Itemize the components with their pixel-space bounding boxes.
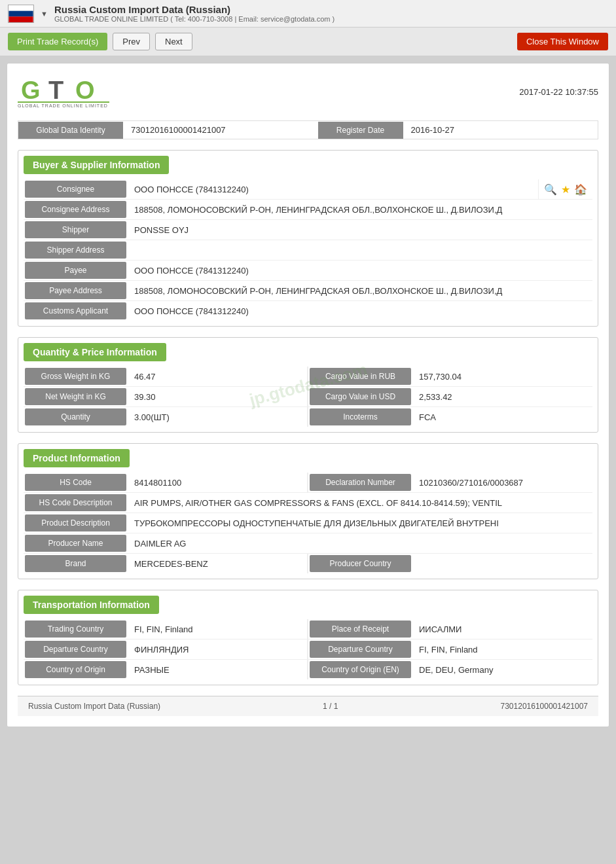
cargo-usd-value: 2,533.42 (412, 387, 592, 406)
quantity-price-title: Quantity & Price Information (24, 343, 166, 361)
place-receipt-col: Place of Receipt ИИСАЛМИ (308, 619, 592, 639)
footer-bar: Russia Custom Import Data (Russian) 1 / … (18, 696, 598, 716)
departure-country2-value: FI, FIN, Finland (412, 639, 592, 659)
register-date-label: Register Date (318, 122, 403, 139)
toolbar: Print Trade Record(s) Prev Next Close Th… (0, 27, 616, 56)
svg-text:GLOBAL TRADE ONLINE LIMITED: GLOBAL TRADE ONLINE LIMITED (18, 103, 108, 108)
country-origin-en-col: Country of Origin (EN) DE, DEU, Germany (308, 660, 592, 679)
print-button[interactable]: Print Trade Record(s) (8, 33, 107, 50)
hs-code-value: 8414801100 (128, 473, 308, 492)
incoterms-value: FCA (412, 407, 592, 427)
customs-applicant-label: Customs Applicant (25, 302, 126, 319)
hs-desc-row: HS Code Description AIR PUMPS, AIR/OTHER… (24, 493, 592, 513)
home-icon[interactable]: 🏠 (574, 183, 587, 196)
trading-country-label: Trading Country (25, 621, 126, 638)
global-data-identity-label: Global Data Identity (18, 122, 123, 139)
consignee-icons: 🔍 ★ 🏠 (539, 179, 592, 199)
footer-left: Russia Custom Import Data (Russian) (28, 702, 160, 711)
svg-rect-2 (9, 16, 33, 22)
product-section: Product Information HS Code 8414801100 D… (18, 443, 598, 579)
consignee-address-row: Consignee Address 188508, ЛОМОНОСОВСКИЙ … (24, 200, 592, 220)
cargo-rub-value: 157,730.04 (412, 367, 592, 386)
product-desc-row: Product Description ТУРБОКОМПРЕССОРЫ ОДН… (24, 513, 592, 533)
country-origin-row: Country of Origin РАЗНЫЕ Country of Orig… (24, 660, 592, 679)
next-button[interactable]: Next (155, 33, 192, 50)
quantity-price-body: Gross Weight in KG 46.47 Cargo Value in … (18, 361, 598, 432)
footer-right: 73012016100001421007 (501, 702, 588, 711)
incoterms-col: Incoterms FCA (308, 407, 592, 427)
producer-country-col: Producer Country (308, 554, 592, 573)
departure-country-col: Departure Country ФИНЛЯНДИЯ (24, 639, 308, 659)
identity-row: Global Data Identity 7301201610000142100… (18, 120, 598, 139)
consignee-value: ООО ПОНССЕ (7841312240) (128, 179, 539, 199)
cargo-rub-label: Cargo Value in RUB (310, 368, 411, 385)
svg-rect-0 (9, 5, 33, 11)
departure-country-label: Departure Country (25, 641, 126, 658)
brand-label: Brand (25, 555, 126, 572)
buyer-supplier-section: Buyer & Supplier Information Consignee О… (18, 150, 598, 327)
brand-value: MERCEDES-BENZ (128, 554, 308, 573)
global-data-identity-value: 73012016100001421007 (123, 121, 318, 139)
brand-col: Brand MERCEDES-BENZ (24, 554, 308, 573)
transportation-section: Transportation Information Trading Count… (18, 590, 598, 685)
quantity-label: Quantity (25, 408, 126, 425)
hs-desc-value: AIR PUMPS, AIR/OTHER GAS COMPRESSORS & F… (128, 493, 592, 513)
flag-icon (8, 5, 34, 23)
dropdown-arrow[interactable]: ▼ (41, 10, 48, 18)
logo-area: G T O GLOBAL TRADE ONLINE LIMITED (18, 74, 109, 110)
quantity-incoterms-row: Quantity 3.00(ШТ) Incoterms FCA (24, 407, 592, 427)
payee-value: ООО ПОНССЕ (7841312240) (128, 261, 592, 280)
product-body: HS Code 8414801100 Declaration Number 10… (18, 467, 598, 579)
incoterms-label: Incoterms (310, 408, 411, 425)
net-weight-col: Net Weight in KG 39.30 (24, 387, 308, 406)
content-area: G T O GLOBAL TRADE ONLINE LIMITED 2017-0… (0, 56, 616, 740)
net-weight-label: Net Weight in KG (25, 388, 126, 405)
page-subtitle: GLOBAL TRADE ONLINE LIMITED ( Tel: 400-7… (54, 15, 608, 23)
producer-country-value (412, 554, 592, 573)
departure-country-row: Departure Country ФИНЛЯНДИЯ Departure Co… (24, 639, 592, 660)
payee-row: Payee ООО ПОНССЕ (7841312240) (24, 261, 592, 281)
consignee-address-label: Consignee Address (25, 201, 126, 218)
search-icon[interactable]: 🔍 (544, 183, 557, 196)
svg-text:T: T (48, 77, 63, 104)
footer-center: 1 / 1 (323, 702, 338, 711)
hs-code-col: HS Code 8414801100 (24, 473, 308, 492)
cargo-rub-col: Cargo Value in RUB 157,730.04 (308, 367, 592, 386)
brand-producer-country-row: Brand MERCEDES-BENZ Producer Country (24, 554, 592, 573)
payee-address-row: Payee Address 188508, ЛОМОНОСОВСКИЙ Р-ОН… (24, 281, 592, 301)
producer-country-label: Producer Country (310, 555, 411, 572)
net-weight-cargo-usd-row: Net Weight in KG 39.30 Cargo Value in US… (24, 387, 592, 407)
payee-address-label: Payee Address (25, 282, 126, 299)
transportation-title: Transportation Information (24, 596, 159, 614)
register-date-value: 2016-10-27 (403, 121, 598, 139)
shipper-address-row: Shipper Address (24, 240, 592, 261)
country-origin-label: Country of Origin (25, 661, 126, 678)
timestamp: 2017-01-22 10:37:55 (519, 87, 598, 97)
country-origin-en-value: DE, DEU, Germany (412, 660, 592, 679)
customs-applicant-value: ООО ПОНССЕ (7841312240) (128, 301, 592, 321)
trading-country-place-receipt-row: Trading Country FI, FIN, Finland Place o… (24, 619, 592, 639)
product-title: Product Information (24, 449, 130, 467)
country-origin-value: РАЗНЫЕ (128, 660, 308, 679)
quantity-col: Quantity 3.00(ШТ) (24, 407, 308, 427)
star-icon[interactable]: ★ (561, 183, 570, 196)
net-weight-value: 39.30 (128, 387, 308, 406)
title-block: Russia Custom Import Data (Russian) GLOB… (54, 4, 608, 23)
trading-country-value: FI, FIN, Finland (128, 619, 308, 639)
hs-code-label: HS Code (25, 474, 126, 491)
gross-weight-label: Gross Weight in KG (25, 368, 126, 385)
svg-rect-1 (9, 10, 33, 16)
consignee-address-value: 188508, ЛОМОНОСОВСКИЙ Р-ОН, ЛЕНИНГРАДСКА… (128, 200, 592, 219)
gross-weight-col: Gross Weight in KG 46.47 (24, 367, 308, 386)
departure-country2-col: Departure Country FI, FIN, Finland (308, 639, 592, 659)
buyer-supplier-body: Consignee ООО ПОНССЕ (7841312240) 🔍 ★ 🏠 … (18, 174, 598, 326)
buyer-supplier-title: Buyer & Supplier Information (24, 156, 169, 174)
shipper-label: Shipper (25, 221, 126, 238)
close-button[interactable]: Close This Window (517, 33, 608, 50)
quantity-price-section: Quantity & Price Information jp.gtodata.… (18, 337, 598, 433)
top-bar: ▼ Russia Custom Import Data (Russian) GL… (0, 0, 616, 27)
product-desc-value: ТУРБОКОМПРЕССОРЫ ОДНОСТУПЕНЧАТЫЕ ДЛЯ ДИЗ… (128, 513, 592, 533)
prev-button[interactable]: Prev (113, 33, 150, 50)
shipper-value: PONSSE OYJ (128, 220, 592, 240)
svg-text:O: O (75, 77, 95, 104)
